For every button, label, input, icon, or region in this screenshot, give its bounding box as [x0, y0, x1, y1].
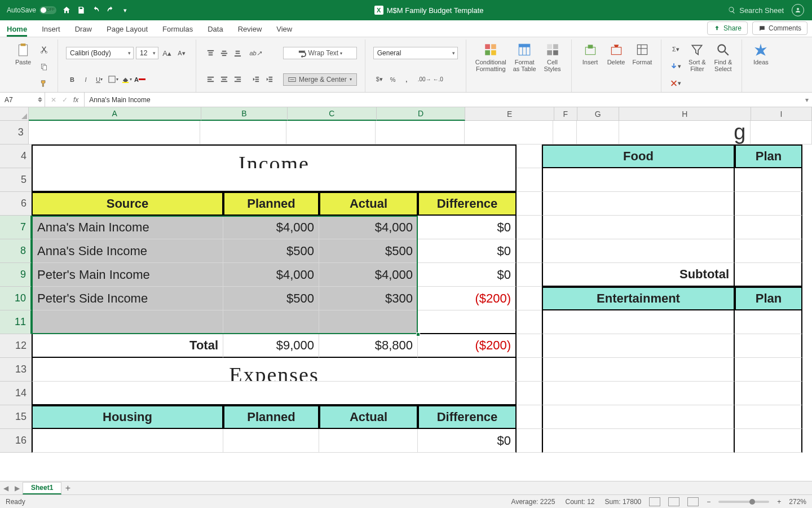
row-header[interactable]: 12	[0, 334, 32, 358]
fx-icon[interactable]: fx	[73, 96, 78, 104]
clear-icon[interactable]: ▾	[669, 77, 682, 90]
sheet-tab-sheet1[interactable]: Sheet1	[23, 482, 61, 494]
wrap-text-button[interactable]: Wrap Text▾	[283, 47, 357, 59]
row-header[interactable]: 10	[0, 287, 32, 310]
cell-c8[interactable]: $500	[319, 239, 418, 263]
cell-b11[interactable]	[223, 310, 319, 334]
format-painter-icon[interactable]	[38, 78, 50, 89]
col-header-i[interactable]: I	[751, 107, 812, 121]
qat-customize-icon[interactable]: ▾	[121, 6, 130, 15]
row-header[interactable]: 15	[0, 405, 32, 429]
row-header[interactable]: 4	[0, 144, 32, 168]
expand-formula-bar-icon[interactable]: ▾	[802, 93, 812, 107]
copy-icon[interactable]	[38, 61, 50, 72]
selection-handle[interactable]	[416, 332, 420, 336]
col-header-e[interactable]: E	[465, 107, 554, 121]
font-name-combo[interactable]: Calibri (Body)▾	[66, 47, 134, 59]
housing-diff-header[interactable]: Difference	[418, 405, 517, 429]
cell-a7[interactable]: Anna's Main Income	[32, 216, 223, 239]
cell-d16[interactable]: $0	[418, 429, 517, 453]
fill-icon[interactable]: ▾	[669, 60, 682, 73]
font-color-icon[interactable]: A	[134, 73, 146, 86]
delete-cells-button[interactable]: Delete	[603, 41, 629, 92]
redo-icon[interactable]	[106, 6, 115, 15]
difference-header[interactable]: Difference	[418, 192, 517, 216]
increase-indent-icon[interactable]	[263, 73, 275, 86]
entertainment-plan-header[interactable]: Plan	[735, 287, 802, 310]
cell-c9[interactable]: $4,000	[319, 263, 418, 287]
italic-icon[interactable]: I	[80, 73, 92, 86]
autosave-toggle[interactable]: AutoSave	[7, 6, 56, 14]
format-cells-button[interactable]: Format	[629, 41, 656, 92]
conditional-formatting-button[interactable]: Conditional Formatting	[472, 41, 510, 92]
decrease-indent-icon[interactable]	[249, 73, 262, 86]
align-top-icon[interactable]	[204, 47, 217, 59]
orientation-icon[interactable]: ab↗	[249, 47, 262, 59]
tab-page-layout[interactable]: Page Layout	[107, 25, 148, 37]
currency-icon[interactable]: $▾	[373, 73, 386, 86]
cancel-formula-icon[interactable]: ✕	[51, 96, 56, 104]
cell-d9[interactable]: $0	[418, 263, 517, 287]
col-header-f[interactable]: F	[554, 107, 577, 121]
food-subtotal[interactable]: Subtotal	[542, 263, 735, 287]
actual-header[interactable]: Actual	[319, 192, 418, 216]
home-icon[interactable]	[62, 6, 71, 15]
align-right-icon[interactable]	[231, 73, 244, 86]
cell-b9[interactable]: $4,000	[223, 263, 319, 287]
increase-decimal-icon[interactable]: .00→	[418, 73, 431, 86]
cell-a12[interactable]: Total	[32, 334, 223, 358]
font-size-combo[interactable]: 12▾	[136, 47, 158, 59]
worksheet[interactable]: A B C D E F G H I 3 g 4 Income Food Plan…	[0, 107, 812, 481]
food-plan-header[interactable]: Plan	[735, 144, 802, 168]
paste-button[interactable]: Paste	[10, 41, 36, 92]
row-header[interactable]: 14	[0, 382, 32, 405]
entertainment-header[interactable]: Entertainment	[542, 287, 735, 310]
find-select-button[interactable]: Find & Select	[710, 41, 736, 92]
tab-draw[interactable]: Draw	[75, 25, 92, 37]
align-center-icon[interactable]	[218, 73, 230, 86]
number-format-combo[interactable]: General▾	[373, 47, 458, 59]
fill-color-icon[interactable]: ▾	[120, 73, 133, 86]
grow-font-icon[interactable]: A▴	[161, 47, 173, 59]
share-button[interactable]: Share	[707, 21, 748, 35]
housing-header[interactable]: Housing	[32, 405, 223, 429]
col-header-a[interactable]: A	[29, 107, 201, 121]
cell-d10[interactable]: ($200)	[418, 287, 517, 310]
sort-filter-button[interactable]: Sort & Filter	[684, 41, 710, 92]
tab-insert[interactable]: Insert	[42, 25, 60, 37]
autosave-pill[interactable]	[39, 6, 56, 14]
comma-icon[interactable]: ,	[400, 73, 413, 86]
row-header[interactable]: 5	[0, 168, 32, 192]
row-header[interactable]: 6	[0, 192, 32, 216]
cell-c10[interactable]: $300	[319, 287, 418, 310]
shrink-font-icon[interactable]: A▾	[175, 47, 188, 59]
undo-icon[interactable]	[91, 6, 100, 15]
account-icon[interactable]	[792, 4, 804, 16]
view-page-layout-icon[interactable]	[668, 497, 679, 506]
zoom-level[interactable]: 272%	[789, 498, 806, 506]
tab-view[interactable]: View	[276, 25, 292, 37]
autosum-icon[interactable]: Σ▾	[669, 43, 682, 56]
col-header-c[interactable]: C	[288, 107, 377, 121]
zoom-slider[interactable]	[718, 501, 769, 503]
cell-a10[interactable]: Peter's Side Income	[32, 287, 223, 310]
enter-formula-icon[interactable]: ✓	[62, 96, 68, 104]
col-header-b[interactable]: B	[201, 107, 288, 121]
align-left-icon[interactable]	[204, 73, 217, 86]
cell-d12[interactable]: ($200)	[418, 334, 517, 358]
row-header[interactable]: 9	[0, 263, 32, 287]
tab-home[interactable]: Home	[7, 25, 27, 37]
cell-c7[interactable]: $4,000	[319, 216, 418, 239]
cell-b7[interactable]: $4,000	[223, 216, 319, 239]
sheet-nav-prev-icon[interactable]: ◀	[0, 484, 11, 492]
cell-b8[interactable]: $500	[223, 239, 319, 263]
cut-icon[interactable]	[38, 44, 50, 55]
food-header[interactable]: Food	[542, 144, 735, 168]
cell-b12[interactable]: $9,000	[223, 334, 319, 358]
view-normal-icon[interactable]	[649, 497, 660, 506]
cell-c11[interactable]	[319, 310, 418, 334]
row-header[interactable]: 13	[0, 358, 32, 382]
decrease-decimal-icon[interactable]: ←.0	[432, 73, 444, 86]
col-header-h[interactable]: H	[619, 107, 751, 121]
source-header[interactable]: Source	[32, 192, 223, 216]
